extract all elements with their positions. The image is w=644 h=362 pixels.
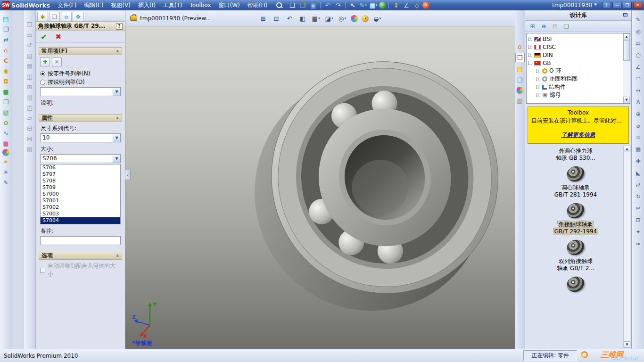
section-view-icon[interactable]: ◧ [298,13,307,24]
checkbox-disabled[interactable] [40,268,45,273]
viewport-canvas[interactable]: Y Z X *等轴测 [125,26,515,349]
arc-icon[interactable]: ◠ [634,74,643,83]
search-icon[interactable] [276,2,283,9]
collapse-toggle[interactable]: - [528,61,532,65]
menu-item[interactable]: 窗口(W) [215,0,244,10]
apply-scene-icon[interactable] [362,15,369,22]
auto-size-option[interactable]: 自动调整到配合几何体的大小 [40,262,121,278]
chevron-down-icon[interactable]: ▼ [113,134,120,142]
home-icon[interactable]: ⌂ [515,41,525,51]
group-header-properties[interactable]: 属性 « [39,114,122,122]
expand-toggle[interactable]: + [528,53,532,57]
star-icon[interactable]: ✶ [1,157,11,166]
rotate-icon[interactable]: ↺ [25,41,34,50]
expand-toggle[interactable]: + [528,45,532,49]
maximize-button[interactable]: ❐ [623,2,632,9]
appearances-tab-icon[interactable]: ❐ [49,12,60,21]
view-cube-icon[interactable]: ▦ [369,1,378,9]
tree-item-structural[interactable]: + 结构件 [528,83,622,91]
trim-icon[interactable]: ✂ [634,204,643,213]
sketch-icon[interactable]: ✎ [358,1,368,9]
hide-show-items-icon[interactable]: ◎ [338,13,347,24]
cube-icon[interactable]: ▧ [1,107,11,117]
pencil-icon[interactable]: ✎ [1,178,11,187]
new-document-icon[interactable]: ❏ [288,1,297,9]
expand-toggle[interactable]: + [536,85,540,89]
size-option[interactable]: S7000 [41,191,120,197]
bearing-model[interactable] [125,26,515,349]
menu-item[interactable]: 视图(V) [107,0,134,10]
bell-icon[interactable]: ◉ [1,66,11,75]
configuration-tab-icon[interactable]: ≡ [61,12,72,21]
plus-box-icon[interactable]: ⊞ [25,82,34,91]
design-library-icon[interactable]: ❒ [515,53,525,62]
lines-icon[interactable]: ≡ [634,133,643,142]
list-by-description-option[interactable]: 按说明列举(D) [40,78,121,86]
window-icon[interactable]: ❐ [1,25,11,34]
library-item[interactable]: 双列角接触球 轴承 GB/T 2... [529,240,622,272]
ok-button[interactable]: ✔ [41,33,47,41]
library-item-caption[interactable]: 外调心推力球 轴承 GB 530... [529,148,622,162]
spline-icon[interactable]: ∿ [1,128,11,138]
spark-icon[interactable]: ✦ [634,227,643,237]
rows-icon[interactable]: ▥ [25,92,34,102]
help-button[interactable]: ? [602,2,611,9]
group-header-common[interactable]: 常用项(F) « [39,47,122,55]
save-icon[interactable]: ▣ [308,1,318,9]
sheet-icon[interactable]: ▭ [25,30,34,40]
size-option[interactable]: S7002 [41,204,120,211]
triangle-icon[interactable]: ◣ [634,168,643,178]
clipboard-icon[interactable]: ▤ [1,14,11,24]
grid-icon[interactable]: ▦ [1,139,11,148]
appearances-icon[interactable] [516,87,523,94]
menu-item[interactable]: 插入(I) [134,0,159,10]
expand-toggle[interactable]: + [536,77,540,81]
scroll-down-icon[interactable]: ▼ [623,97,630,103]
angle-icon[interactable]: ∠ [634,62,643,72]
lock-icon[interactable]: ◘ [1,76,11,86]
radio-button-selected[interactable] [40,71,45,76]
tree-item-washers[interactable]: + 垫圈和挡圈 [528,75,622,83]
window-icon[interactable]: ❐ [25,20,34,29]
library-item-selected[interactable]: 角接触球轴承 GB/T 292-1994 [529,203,622,235]
vertical-arrows-icon[interactable]: ↕ [391,1,401,9]
size-option[interactable]: S709 [41,184,120,191]
swap-arrows-icon[interactable]: ⇄ [1,35,11,44]
document-icon[interactable]: ❏ [562,22,571,31]
globe-icon[interactable] [379,2,386,9]
toolbox-ball-icon[interactable] [422,2,429,9]
remark-input[interactable] [40,236,121,245]
size-option[interactable]: S7001 [41,197,120,204]
sphere-icon[interactable] [2,149,9,156]
add-file-location-icon[interactable]: ⊕ [539,22,548,31]
close-button[interactable]: ✕ [633,2,642,9]
asterisk-icon[interactable]: ✳ [1,167,11,177]
display-style-icon[interactable]: ◪ [324,13,334,24]
menu-item[interactable]: 文件(F) [54,0,80,10]
text-icon[interactable]: A [634,98,643,107]
pencil-icon[interactable]: ✎ [634,15,643,25]
view-orientation-icon[interactable]: ▦ [311,13,321,24]
size-series-dropdown[interactable]: 10 ▼ [40,133,121,142]
mate-icon[interactable]: ◇ [412,1,421,9]
custom-properties-icon[interactable]: ▥ [515,96,525,105]
menu-item[interactable]: Toolbox [186,1,215,9]
add-to-library-icon[interactable]: ⊞ [528,22,537,31]
delete-favorite-icon[interactable]: ✖ [52,58,62,66]
hatch-icon[interactable]: ▧ [25,144,34,154]
scroll-up-icon[interactable]: ▲ [623,33,630,40]
select-arrow-icon[interactable]: ↖ [348,1,357,9]
measure-icon[interactable]: ∠ [402,1,411,9]
undo-icon[interactable]: ↶ [323,1,332,9]
swap-arrows-icon[interactable]: ⇄ [634,180,643,189]
open-icon[interactable]: ❒ [298,1,307,9]
size-option[interactable]: S7004 [41,217,120,224]
group-header-options[interactable]: 选项 « [39,252,122,260]
tree-item-din[interactable]: + DIN [528,51,622,59]
minimize-button[interactable]: — [612,2,621,9]
parallelogram-icon[interactable]: ▱ [25,113,34,123]
letter-c-icon[interactable]: C [1,56,11,65]
library-scrollbar[interactable]: ▲ ▼ [623,146,630,348]
tree-item-cisc[interactable]: + CISC [528,43,622,51]
expand-toggle[interactable]: + [536,93,540,97]
